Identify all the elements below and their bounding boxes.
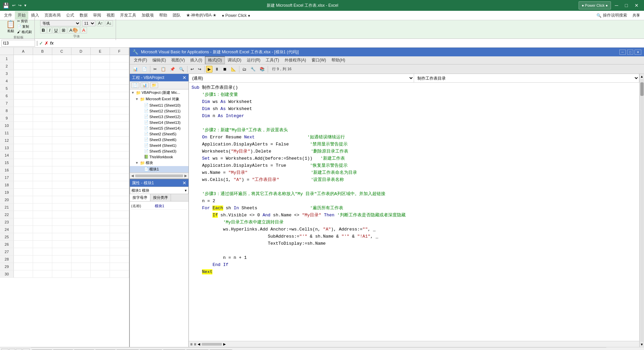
footer-scroll-right-icon[interactable]: ▶ — [223, 342, 226, 346]
copy-button[interactable]: 📄 复制 — [17, 24, 32, 29]
grid-cell[interactable] — [52, 270, 71, 277]
grid-cell[interactable] — [33, 189, 52, 196]
tree-item-thisworkbook[interactable]: 📗 ThisWorkbook — [130, 154, 188, 160]
grid-cell[interactable] — [52, 189, 71, 196]
name-box[interactable] — [1, 40, 35, 47]
row-header-8[interactable]: 8 — [0, 107, 14, 114]
vba-paste-button[interactable]: 📌 — [168, 66, 177, 73]
row-header-22[interactable]: 22 — [0, 211, 14, 218]
paste-button[interactable]: 📋 粘贴 — [5, 19, 16, 34]
sheet-nav-next[interactable]: ▶ — [16, 349, 22, 350]
accept-icon[interactable]: ✓ — [39, 41, 43, 46]
grid-cell[interactable] — [14, 270, 33, 277]
row-header-1[interactable]: 1 — [0, 55, 14, 62]
vba-insert-module-button[interactable]: 📄 — [140, 66, 149, 73]
close-button[interactable]: ✕ — [632, 1, 641, 9]
grid-cell[interactable] — [33, 248, 52, 255]
grid-cell[interactable] — [71, 255, 91, 263]
tree-item-vbaproject[interactable]: ▼ 📁 VBAProject (新建 Mic... — [130, 89, 188, 96]
grid-cell[interactable] — [71, 107, 91, 114]
grid-cell[interactable] — [71, 137, 91, 144]
project-panel-close[interactable]: ✕ — [182, 75, 186, 80]
col-header-b[interactable]: B — [33, 48, 52, 55]
grid-cell[interactable] — [33, 70, 52, 77]
properties-dropdown[interactable]: 模块1 模块 ▾ — [130, 187, 188, 194]
grid-cell[interactable] — [33, 100, 52, 107]
vba-menu-format[interactable]: 格式(O) — [205, 56, 225, 64]
grid-cell[interactable] — [91, 241, 110, 248]
grid-cell[interactable] — [14, 70, 33, 77]
grid-cell[interactable] — [52, 159, 71, 166]
grid-cell[interactable] — [110, 166, 129, 173]
grid-cell[interactable] — [52, 233, 71, 240]
grid-cell[interactable] — [91, 85, 110, 92]
grid-cell[interactable] — [33, 159, 52, 166]
decrease-font-button[interactable]: A↓ — [106, 20, 113, 26]
grid-cell[interactable] — [71, 226, 91, 233]
grid-cell[interactable] — [71, 218, 91, 225]
menu-help[interactable]: 帮助 — [156, 11, 170, 20]
underline-button[interactable]: U — [53, 27, 59, 33]
grid-cell[interactable] — [14, 204, 33, 211]
grid-cell[interactable] — [71, 174, 91, 181]
grid-cell[interactable] — [91, 233, 110, 240]
tree-item-sheet14[interactable]: 📄 Sheet14 (Sheet13) — [130, 119, 188, 125]
vba-menu-addins[interactable]: 外接程序(A) — [282, 57, 309, 64]
grid-cell[interactable] — [71, 122, 91, 129]
prop-name-value[interactable]: 模块1 — [155, 204, 187, 209]
grid-cell[interactable] — [110, 77, 129, 84]
scroll-down-icon[interactable]: ▼ — [640, 343, 644, 346]
row-header-12[interactable]: 12 — [0, 137, 14, 144]
grid-cell[interactable] — [14, 189, 33, 196]
grid-cell[interactable] — [52, 85, 71, 92]
tree-item-sheet12[interactable]: 📄 Sheet12 (Sheet11) — [130, 108, 188, 114]
row-header-25[interactable]: 25 — [0, 233, 14, 240]
col-header-d[interactable]: D — [71, 48, 91, 55]
row-header-9[interactable]: 9 — [0, 114, 14, 122]
grid-cell[interactable] — [71, 159, 91, 166]
row-header-20[interactable]: 20 — [0, 196, 14, 203]
grid-cell[interactable] — [91, 159, 110, 166]
row-header-15[interactable]: 15 — [0, 159, 14, 166]
menu-page-layout[interactable]: 页面布局 — [42, 11, 63, 20]
grid-cell[interactable] — [91, 100, 110, 107]
grid-cell[interactable] — [14, 92, 33, 99]
code-editor[interactable]: Sub 制作工作表目录() '步骤1：创建变量 Dim ws As Worksh… — [189, 83, 639, 341]
grid-cell[interactable] — [52, 62, 71, 70]
row-header-16[interactable]: 16 — [0, 166, 14, 173]
format-painter-button[interactable]: 🖌 格式刷 — [17, 30, 32, 34]
code-procedure-dropdown[interactable]: 制作工作表目录 — [414, 74, 639, 82]
increase-font-button[interactable]: A↑ — [97, 20, 104, 26]
row-header-5[interactable]: 5 — [0, 85, 14, 92]
grid-cell[interactable] — [14, 114, 33, 122]
grid-cell[interactable] — [14, 144, 33, 151]
grid-cell[interactable] — [71, 100, 91, 107]
vba-objectbrowser-button[interactable]: 📚 — [258, 66, 266, 73]
vba-vertical-scrollbar[interactable]: ▲ ▼ — [639, 74, 644, 347]
tree-item-sheet4[interactable]: 📄 Sheet4 (Sheet1) — [130, 142, 188, 148]
menu-review[interactable]: 审阅 — [90, 11, 104, 20]
menu-vba-magic[interactable]: ★·神奇的VBA·★ — [183, 11, 219, 20]
grid-cell[interactable] — [91, 255, 110, 263]
project-view-object-button[interactable]: 📊 — [141, 82, 149, 88]
grid-cell[interactable] — [110, 70, 129, 77]
grid-cell[interactable] — [52, 181, 71, 188]
grid-cell[interactable] — [33, 226, 52, 233]
tree-item-sheet2[interactable]: 📄 Sheet2 (Sheet5) — [130, 131, 188, 137]
font-family-select[interactable]: 等线 — [40, 20, 81, 26]
grid-cell[interactable] — [33, 107, 52, 114]
grid-cell[interactable] — [33, 129, 52, 136]
grid-cell[interactable] — [52, 129, 71, 136]
grid-cell[interactable] — [71, 196, 91, 203]
grid-cell[interactable] — [110, 204, 129, 211]
vba-copy-button[interactable]: 📋 — [159, 66, 168, 73]
grid-cell[interactable] — [91, 218, 110, 225]
vba-cut-button[interactable]: ✂ — [152, 66, 158, 73]
grid-cell[interactable] — [91, 248, 110, 255]
project-toggle-folders-button[interactable]: 📁 — [150, 82, 158, 88]
grid-cell[interactable] — [71, 55, 91, 62]
grid-cell[interactable] — [91, 77, 110, 84]
grid-cell[interactable] — [14, 255, 33, 263]
grid-cell[interactable] — [33, 233, 52, 240]
row-header-19[interactable]: 19 — [0, 189, 14, 196]
